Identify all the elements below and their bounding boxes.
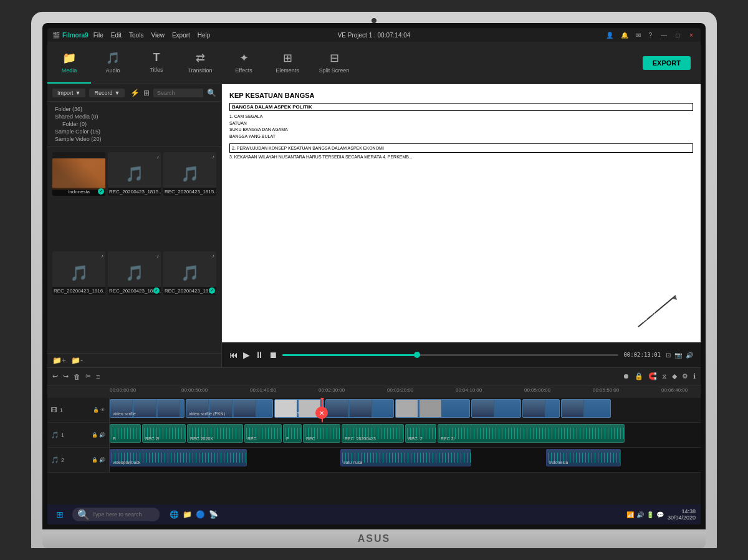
skip-back-button[interactable]: ⏮ [229,350,238,360]
media-item-5[interactable]: ♪ 🎵 REC_20200423_1817... ✓ [163,251,216,295]
cut-button[interactable]: ✂ [85,372,91,380]
magnet-icon[interactable]: 🧲 [648,372,657,380]
account-icon[interactable]: 👤 [606,32,613,39]
audio-clip-1[interactable]: REC 2! [142,424,186,443]
video-clip-7[interactable] [561,399,611,418]
taskbar-search[interactable]: 🔍 [72,508,160,521]
speaker-icon[interactable]: 🔊 [99,432,105,438]
video-clip-1[interactable]: video.scrfile (PKN) [186,399,273,418]
menu-export[interactable]: Export [172,32,190,39]
toolbar-item-titles[interactable]: T Titles [135,42,178,84]
taskbar-chrome-icon[interactable]: 🔵 [196,510,205,519]
import-button[interactable]: Import ▼ [52,89,85,97]
media-item-3[interactable]: ♪ 🎵 REC_20200423_1816... [52,251,105,295]
bell-icon[interactable]: 🔔 [621,32,628,39]
taskbar-edge-icon[interactable]: 🌐 [170,510,179,519]
pause-button[interactable]: ⏸ [255,350,264,360]
filter-icon[interactable]: ⚡ [130,89,140,97]
redo-button[interactable]: ↪ [63,372,69,380]
lock-track-icon[interactable]: 🔒 [93,407,99,413]
audio-clip-6[interactable]: REC_20200423 [342,424,404,443]
start-button[interactable]: ⊞ [52,507,67,522]
taskbar-bluetooth-icon[interactable]: 📡 [209,510,218,519]
taskbar-explorer-icon[interactable]: 📁 [183,510,192,519]
video-clip-5[interactable] [471,399,521,418]
delete-button[interactable]: 🗑 [74,373,80,380]
search-icon[interactable]: 🔍 [207,89,216,97]
notification-icon[interactable]: 💬 [656,511,664,518]
folder-delete-icon[interactable]: 📁- [71,356,83,365]
video-clip-6[interactable] [522,399,560,418]
progress-bar[interactable] [282,354,618,356]
record-tl-icon[interactable]: ⏺ [623,372,630,380]
menu-file[interactable]: File [94,32,103,39]
crop-icon[interactable]: ⊡ [666,352,671,359]
audio-clip-3[interactable]: REC [244,424,282,443]
camera-icon[interactable]: 📷 [674,352,682,359]
audio2-clip-0[interactable]: videoplayback [110,449,247,466]
menu-edit[interactable]: Edit [111,32,122,39]
audio-clip-0[interactable]: R [110,424,141,443]
folder-item-2[interactable]: Folder (0) [52,120,216,128]
close-button[interactable]: × [687,31,696,39]
progress-thumb[interactable] [414,352,420,358]
record-button[interactable]: Record ▼ [89,89,125,97]
menu-help[interactable]: Help [198,32,211,39]
toolbar-item-elements[interactable]: ⊞ Elements [266,42,309,84]
audio-clip-2[interactable]: REC 2020X [187,424,243,443]
media-item-2[interactable]: ♪ 🎵 REC_20200423_1815... [163,152,216,196]
volume-icon[interactable]: 🔊 [686,352,693,359]
audio2-clip-2[interactable]: Indonesia [546,449,621,466]
stop-button[interactable]: ⏹ [269,350,277,360]
undo-button[interactable]: ↩ [52,372,58,380]
menu-bar[interactable]: File Edit Tools View Export Help [94,32,211,39]
split-icon[interactable]: ⧖ [662,372,667,380]
play-button[interactable]: ▶ [243,350,250,360]
lock-icon[interactable]: 🔒 [635,372,643,380]
taskbar-search-input[interactable] [92,511,155,518]
list-button[interactable]: ≡ [96,373,100,380]
menu-tools[interactable]: Tools [129,32,143,39]
media-item-0[interactable]: Indonesia ✓ [52,152,105,196]
toolbar-item-transition[interactable]: ⇄ Transition [178,42,222,84]
search-input[interactable] [153,89,203,97]
folder-add-icon[interactable]: 📁+ [52,356,66,365]
media-item-1[interactable]: ♪ 🎵 REC_20200423_1815... [108,152,161,196]
toolbar-item-splitscreen[interactable]: ⊟ Split Screen [309,42,359,84]
record-dropdown-icon[interactable]: ▼ [114,90,120,96]
battery-icon[interactable]: 🔋 [646,511,654,518]
toolbar-item-audio[interactable]: 🎵 Audio [91,42,135,84]
export-button[interactable]: EXPORT [643,56,691,70]
maximize-button[interactable]: □ [673,31,682,39]
audio-clip-4[interactable]: F [283,424,302,443]
audio2-clip-1[interactable]: satu nusa [340,449,471,466]
video-clip-3[interactable] [325,399,394,418]
lock-audio-icon[interactable]: 🔒 [92,432,98,438]
volume-tray-icon[interactable]: 🔊 [636,511,644,518]
marker-icon[interactable]: ◆ [672,372,677,380]
audio-clip-8[interactable]: REC 2! [438,424,625,443]
folder-item-1[interactable]: Shared Media (0) [52,113,216,120]
grid-icon[interactable]: ⊞ [143,89,150,97]
video-clip-4[interactable] [395,399,470,418]
lock-audio2-icon[interactable]: 🔒 [92,457,98,463]
video-clip-0[interactable]: video.scrfile [110,399,185,418]
folder-item-0[interactable]: Folder (36) [52,105,216,113]
eye-icon[interactable]: 👁 [100,407,105,413]
audio-clip-7[interactable]: REC_2 [405,424,436,443]
settings-tl-icon[interactable]: ⚙ [682,372,688,380]
network-icon[interactable]: 📶 [626,511,634,518]
folder-item-3[interactable]: Sample Color (15) [52,128,216,135]
mail-icon[interactable]: ✉ [636,32,641,39]
media-item-4[interactable]: ♪ 🎵 REC_20200423_1816... ✓ [108,251,161,295]
question-icon[interactable]: ? [648,32,652,39]
audio-clip-5[interactable]: REC [303,424,340,443]
toolbar-item-effects[interactable]: ✦ Effects [222,42,266,84]
minimize-button[interactable]: — [659,31,668,39]
toolbar-item-media[interactable]: 📁 Media [47,42,91,84]
info-tl-icon[interactable]: ℹ [693,372,696,380]
speaker2-icon[interactable]: 🔊 [99,457,105,463]
import-dropdown-icon[interactable]: ▼ [75,90,81,96]
folder-item-4[interactable]: Sample Video (20) [52,135,216,143]
menu-view[interactable]: View [151,32,165,39]
